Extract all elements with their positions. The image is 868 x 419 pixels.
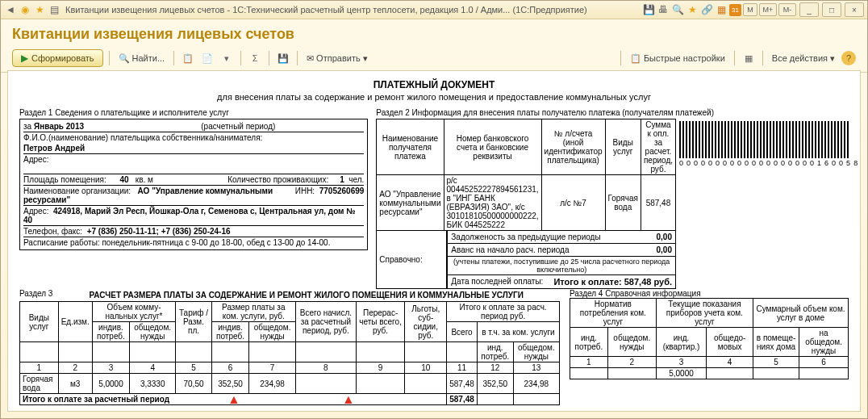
back-icon[interactable]: ◄ bbox=[4, 3, 17, 16]
doc-subtitle: для внесения платы за содержание и ремон… bbox=[19, 92, 849, 102]
barcode-number: 0000000000000000000160058748 bbox=[679, 159, 849, 167]
calc-icon[interactable]: ▦ bbox=[715, 3, 728, 16]
maximize-button[interactable]: □ bbox=[822, 2, 841, 17]
doc-icon: ▤ bbox=[48, 3, 61, 16]
send-button[interactable]: ✉ Отправить ▾ bbox=[303, 52, 371, 65]
tb-icon-3[interactable]: Σ bbox=[247, 50, 263, 66]
toolbar: ▶ Сформировать 🔍 Найти... 📋 📄 ▾ Σ 💾 ✉ От… bbox=[1, 48, 867, 73]
save-icon[interactable]: 💾 bbox=[642, 3, 655, 16]
app-window: ◄ ◉ ★ ▤ Квитанции извещения лицевых счет… bbox=[0, 0, 868, 419]
app-icon: ◉ bbox=[19, 3, 31, 16]
recipient-table: Наименование получателя платежа Номер ба… bbox=[376, 119, 676, 231]
calc-table: Виды услугЕд.изм. Объем комму-нальных ус… bbox=[19, 301, 560, 405]
payer-panel: за Январь 2013(расчетный период) Ф.И.О.(… bbox=[19, 119, 368, 250]
m-button[interactable]: M bbox=[743, 3, 757, 16]
page-header: Квитанции извещения лицевых счетов bbox=[1, 19, 867, 48]
fav-icon[interactable]: ★ bbox=[33, 3, 46, 16]
doc-title: ПЛАТЕЖНЫЙ ДОКУМЕНТ bbox=[19, 79, 849, 90]
section2-label: Раздел 2 Информация для внесения платы п… bbox=[376, 108, 849, 117]
find-button[interactable]: 🔍 Найти... bbox=[115, 52, 169, 65]
titlebar: ◄ ◉ ★ ▤ Квитанции извещения лицевых счет… bbox=[1, 1, 867, 19]
barcode bbox=[679, 121, 849, 158]
preview-icon[interactable]: 🔍 bbox=[671, 3, 684, 16]
tb-icon-grid[interactable]: ▦ bbox=[741, 50, 757, 66]
tb-icon-1[interactable]: 📋 bbox=[180, 50, 196, 66]
m-minus-button[interactable]: M- bbox=[778, 3, 796, 16]
all-actions-button[interactable]: Все действия ▾ bbox=[769, 52, 838, 65]
star2-icon[interactable]: ★ bbox=[686, 3, 699, 16]
quick-settings-button[interactable]: 📋 Быстрые настройки bbox=[627, 52, 728, 65]
play-icon: ▶ bbox=[21, 52, 28, 64]
tb-icon-2[interactable]: 📄 bbox=[199, 50, 215, 66]
table-row: Горячая водам3 5,00003,333070,50352,5023… bbox=[20, 374, 560, 394]
m-plus-button[interactable]: M+ bbox=[759, 3, 777, 16]
link-icon[interactable]: 🔗 bbox=[700, 3, 713, 16]
minimize-button[interactable]: _ bbox=[799, 2, 819, 17]
page-title: Квитанции извещения лицевых счетов bbox=[12, 26, 856, 43]
tb-save-icon[interactable]: 💾 bbox=[275, 50, 291, 66]
print-icon[interactable]: 🖶 bbox=[657, 3, 670, 16]
ref-table: Норматив потребления ком. услугТекущие п… bbox=[570, 298, 849, 379]
form-button[interactable]: ▶ Сформировать bbox=[12, 49, 103, 67]
calendar-icon[interactable]: 31 bbox=[729, 4, 741, 16]
window-title: Квитанции извещения лицевых счетов - 1С:… bbox=[61, 5, 642, 15]
document-area[interactable]: ПЛАТЕЖНЫЙ ДОКУМЕНТ для внесения платы за… bbox=[7, 70, 861, 412]
close-button[interactable]: × bbox=[845, 2, 864, 17]
section1-label: Раздел 1 Сведения о плательщике и исполн… bbox=[19, 108, 368, 117]
tb-dropdown-1[interactable]: ▾ bbox=[219, 50, 235, 66]
help-icon[interactable]: ? bbox=[841, 51, 856, 65]
